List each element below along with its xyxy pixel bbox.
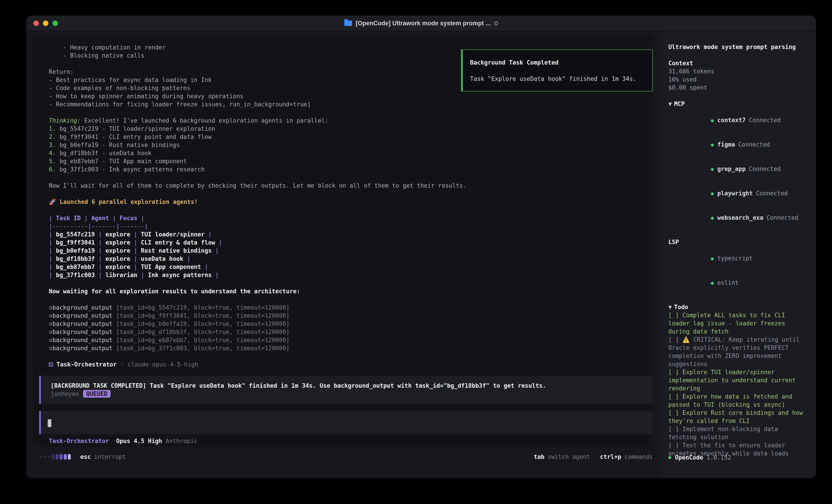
mcp-item: grep_appConnected [668,157,808,181]
text-segment: | [49,215,56,222]
terminal-line: 5. bg_eb87ebb7 - TUI App main component [49,157,653,165]
text-segment: - Heavy computation in render [49,44,166,51]
mcp-item: playwrightConnected [668,181,808,205]
text-segment: explore [105,263,130,270]
text-segment: | [95,255,106,262]
text-segment: ⚙ [49,304,52,311]
text-segment: | [49,272,56,278]
text-segment: | [215,239,222,246]
terminal-line: 3. bg_b0effa19 - Rust native bindings [49,141,653,149]
text-segment: - Blocking native calls [49,52,145,59]
text-segment: librarian [105,272,137,278]
toast-notification[interactable]: Background Task Completed Task "Explore … [461,50,653,91]
spacer [109,437,116,445]
text-cursor-icon [48,419,51,427]
text-segment: background_output [52,337,116,343]
text-segment: ⚙ [49,337,52,343]
text-segment: ⚙ [49,345,52,352]
todo-item: [ ] Implement non-blocking data fetching… [668,425,808,441]
text-segment: 4. [49,150,56,157]
text-segment: CLI entry & data flow [141,239,215,246]
text-segment: - Best practices for async data loading … [49,77,212,83]
status-dot-icon [711,144,714,146]
text-segment: 5. [49,158,56,165]
text-segment: bg_b0effa19 - Rust native bindings [56,142,180,148]
status-dot-icon [711,282,714,285]
ctrlp-key-label: commands [624,453,653,460]
todo-item: [ ] Complete ALL tasks to fix CLI loader… [668,311,808,336]
status-dot-icon [711,192,714,195]
terminal-line [49,173,653,181]
text-segment: | [183,255,190,262]
close-button[interactable] [33,21,39,26]
status-dot-icon [711,217,714,220]
terminal-line [49,190,653,198]
tab-key-hint: tab [534,453,544,460]
text-segment: bg_eb87ebb7 [56,263,95,270]
context-header: Context [668,59,808,67]
tab-key-label: switch agent [548,453,590,460]
text-segment: | [95,247,106,254]
terminal-line: 4. bg_df18bb3f - useData hook [49,149,653,157]
todo-section-header[interactable]: ▼Todo [668,303,808,311]
toast-title: Background Task Completed [470,58,646,66]
sidebar-footer: OpenCode 1.0.152 [668,453,731,461]
terminal-line [49,352,653,360]
text-segment: - How to keep spinner animating during h… [49,93,243,100]
text-segment: bg_37f1c003 - Ink async patterns researc… [56,166,204,173]
text-segment: | [130,255,141,262]
context-stats: 31,686 tokens 16% used $0.00 spent [668,67,808,92]
text-segment: background_output [52,304,116,311]
todo-list: [ ] Complete ALL tasks to fix CLI loader… [668,311,808,457]
zoom-button[interactable] [52,21,58,26]
agent-name: Task-Orchestrator [56,360,116,368]
toast-body: Task "Explore useData hook" finished in … [470,75,646,83]
window-controls [27,21,58,26]
text-segment: | [130,239,141,246]
text-segment: TUI App component [141,263,201,270]
terminal-line: | bg_37f1c003 | librarian | Ink async pa… [49,271,653,279]
text-segment: | [49,231,56,238]
terminal-line [49,108,653,116]
lsp-item: typescript [668,246,808,271]
agent-icon [49,362,53,366]
text-segment: | [49,247,56,254]
terminal-line [49,296,653,304]
terminal-line: Thinking: Excellent! I've launched 6 bac… [49,116,653,124]
text-segment: bg_5547c219 - TUI loader/spinner explora… [56,125,215,132]
text-segment: bg_df18bb3f [56,255,95,262]
text-segment: Excellent! I've launched 6 background ex… [81,117,329,124]
terminal-line: ⚙background_output [task_id=bg_f9ff3041,… [49,312,653,320]
context-stat: 16% used [668,76,808,84]
window-title: [OpenCode] Ultrawork mode system prompt … [356,20,491,27]
text-segment: 1. [49,125,56,132]
todo-item: [ ] Explore TUI loader/spinner implement… [668,368,808,392]
prompt-agent: Task-Orchestrator [49,437,109,445]
app-name: OpenCode [675,453,703,461]
terminal-line [49,279,653,287]
text-segment: Focus [120,215,137,222]
text-segment: | [212,247,218,254]
mcp-list: context7Connected figmaConnected grep_ap… [668,108,808,230]
text-segment: background_output [52,329,116,335]
text-segment: [task_id=bg_eb87ebb7, block=true, timeou… [116,337,289,343]
todo-header-label: Todo [674,304,688,310]
conversation-panel: Background Task Completed Task "Explore … [32,34,653,447]
text-segment: Ink async patterns [148,272,212,278]
chevron-down-icon: ▼ [668,101,672,107]
text-segment: [task_id=bg_b0effa19, block=true, timeou… [116,320,289,327]
terminal-line: 🚀 Launched 6 parallel exploration agents… [49,198,653,206]
sidebar-title: Ultrawork mode system prompt parsing [668,43,808,51]
text-segment: background_output [52,345,116,352]
mcp-name: websearch_exa [718,214,763,221]
completed-message-text: [BACKGROUND TASK COMPLETED] Task "Explor… [51,382,646,390]
mcp-section-header[interactable]: ▼MCP [668,100,808,108]
lsp-list: typescript eslint [668,246,808,295]
status-bar: esc interrupt tab switch agent ctrl+p co… [32,447,653,467]
commands-hint: ctrl+p commands [600,453,653,460]
minimize-button[interactable] [43,21,48,26]
terminal-line: | bg_f9ff3041 | explore | CLI entry & da… [49,239,653,247]
text-segment: explore [105,239,130,246]
prompt-input[interactable] [39,411,653,434]
text-segment: | [130,231,141,238]
